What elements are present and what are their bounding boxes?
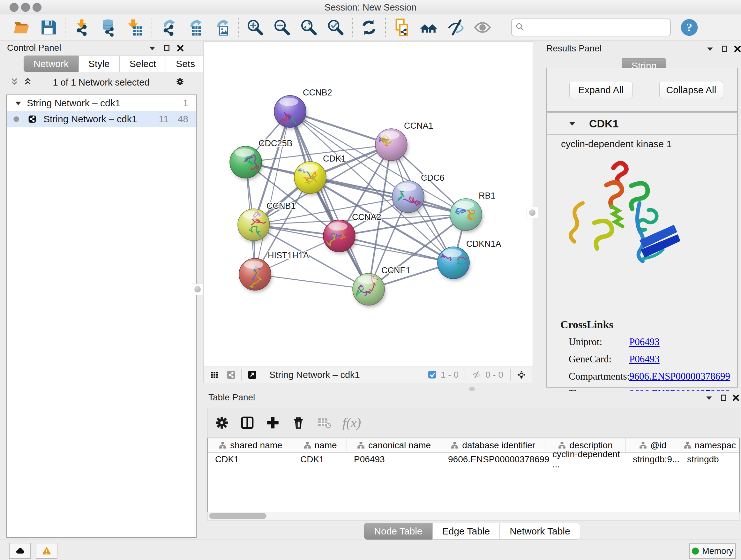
import-network-icon[interactable] — [72, 17, 91, 37]
network-nodes: CCNB2 CCNA1 CDC25B CDK1 CDC6 — [230, 88, 501, 307]
panel-close-icon[interactable] — [176, 44, 185, 52]
zoom-in-icon[interactable] — [246, 17, 265, 37]
table-row[interactable]: CDK1CDK1P064939606.ENSP00000378699cyclin… — [208, 453, 739, 466]
tab-style[interactable]: Style — [78, 56, 120, 72]
horizontal-scrollbar[interactable] — [207, 512, 739, 521]
gene-header-row[interactable]: CDK1 — [547, 113, 737, 135]
crosslinks-heading: CrossLinks — [560, 319, 613, 331]
hierarchy-icon — [219, 441, 227, 449]
warnings-button[interactable] — [36, 543, 57, 559]
panel-collapse-icon[interactable] — [706, 45, 714, 53]
gene-description: cyclin-dependent kinase 1 — [547, 135, 737, 149]
table-body: CDK1CDK1P064939606.ENSP00000378699cyclin… — [208, 453, 739, 466]
panel-collapse-icon[interactable] — [148, 44, 156, 52]
open-session-icon[interactable] — [12, 17, 31, 37]
network-node-CCNB1[interactable]: CCNB1 — [238, 201, 296, 243]
table-cell: P06493 — [347, 453, 441, 466]
network-node-HIST1H1A[interactable]: HIST1H1A — [239, 251, 309, 293]
export-network-icon[interactable] — [158, 17, 179, 37]
node-label: CCNA1 — [404, 121, 433, 131]
node-label: HIST1H1A — [268, 251, 309, 260]
column-header-shared-name[interactable]: shared name — [208, 438, 293, 452]
export-image-icon[interactable] — [212, 17, 232, 37]
memory-button[interactable]: Memory — [689, 543, 736, 559]
hide-selected-icon[interactable] — [446, 17, 466, 37]
fit-crosshair-icon[interactable] — [515, 368, 528, 381]
titlebar: Session: New Session — [0, 0, 741, 14]
import-database-icon[interactable] — [98, 17, 118, 37]
export-table-icon[interactable] — [185, 17, 205, 37]
right-splitter-handle[interactable] — [527, 207, 538, 219]
network-node-CDC6[interactable]: CDC6 — [392, 173, 445, 215]
column-header-database-identifier[interactable]: database identifier — [441, 438, 545, 452]
panel-float-icon[interactable] — [720, 394, 728, 402]
selected-checkbox-icon[interactable] — [427, 370, 437, 380]
show-columns-icon[interactable] — [239, 415, 256, 431]
gene-expander-icon[interactable] — [568, 119, 576, 128]
network-node-CDK1[interactable]: CDK1 — [294, 154, 346, 196]
edge-count: 48 — [178, 114, 188, 125]
apply-layout-icon[interactable] — [359, 17, 379, 37]
cloud-status-button[interactable] — [9, 543, 30, 559]
panel-float-icon[interactable] — [721, 45, 729, 53]
node-label: CCNB2 — [303, 88, 332, 98]
network-node-CDKN1A[interactable]: CDKN1A — [437, 239, 501, 281]
tab-network[interactable]: Network — [23, 56, 78, 72]
help-icon[interactable]: ? — [680, 18, 699, 37]
add-column-icon[interactable] — [265, 415, 281, 431]
search-box[interactable] — [511, 18, 671, 37]
expand-all-networks-icon[interactable] — [23, 77, 32, 85]
zoom-fit-icon[interactable] — [299, 17, 319, 37]
network-badge-share-icon[interactable] — [225, 368, 238, 381]
tab-node-table[interactable]: Node Table — [364, 523, 432, 540]
network-tree-root-row[interactable]: String Network – cdk1 1 — [7, 95, 196, 111]
network-node-CCNA1[interactable]: CCNA1 — [374, 121, 433, 163]
panel-float-icon[interactable] — [163, 44, 171, 52]
crosslink-value[interactable]: P06493 — [629, 354, 660, 365]
crosslink-value[interactable]: 9606.ENSP00000378699 — [629, 371, 730, 382]
crosslink-value[interactable]: P06493 — [629, 336, 660, 348]
zoom-selected-icon[interactable] — [326, 17, 346, 37]
left-splitter-handle[interactable] — [192, 284, 203, 295]
network-options-gear-icon[interactable] — [174, 75, 186, 88]
scrollbar-thumb[interactable] — [209, 513, 266, 519]
show-all-icon[interactable] — [473, 17, 492, 37]
horizontal-splitter-dot[interactable] — [469, 387, 475, 391]
gene-symbol: CDK1 — [589, 118, 619, 130]
network-node-RB1[interactable]: RB1 — [450, 191, 495, 233]
node-label: RB1 — [479, 191, 495, 200]
node-table[interactable]: shared name name canonical name database… — [207, 438, 740, 512]
panel-collapse-icon[interactable] — [705, 394, 713, 402]
panel-close-icon[interactable] — [732, 394, 740, 402]
tab-edge-table[interactable]: Edge Table — [432, 523, 500, 540]
column-header-namespac[interactable]: namespac — [680, 438, 739, 452]
zoom-out-icon[interactable] — [272, 17, 292, 37]
tab-sets[interactable]: Sets — [166, 56, 205, 72]
copy-network-icon[interactable] — [392, 17, 412, 37]
expand-all-button[interactable]: Expand All — [569, 81, 632, 99]
save-session-icon[interactable] — [39, 17, 58, 37]
tab-network-table[interactable]: Network Table — [500, 523, 580, 540]
delete-column-icon[interactable] — [290, 415, 307, 431]
panel-close-icon[interactable] — [733, 45, 741, 53]
column-header-name[interactable]: name — [293, 438, 347, 452]
network-tree-row[interactable]: String Network – cdk1 11 48 — [7, 111, 196, 127]
collapse-all-networks-icon[interactable] — [10, 77, 18, 85]
table-settings-gear-icon[interactable] — [213, 415, 230, 431]
search-input[interactable] — [528, 22, 670, 33]
tree-expander-icon[interactable] — [14, 99, 22, 107]
birdseye-view-icon[interactable] — [246, 368, 259, 381]
tab-select[interactable]: Select — [120, 56, 166, 72]
string-home-icon[interactable] — [419, 17, 439, 37]
collapse-all-button[interactable]: Collapse All — [659, 81, 723, 99]
import-table-icon[interactable] — [125, 17, 145, 37]
column-header-canonical-name[interactable]: canonical name — [347, 438, 441, 452]
table-panel-title: Table Panel — [208, 392, 255, 402]
table-cell: CDK1 — [293, 453, 347, 466]
results-buttons-box: Expand All Collapse All — [546, 68, 738, 112]
network-canvas[interactable]: CCNB2 CCNA1 CDC25B CDK1 CDC6 — [203, 42, 533, 367]
column-header--id[interactable]: @id — [626, 438, 680, 452]
grid-mode-icon[interactable] — [208, 368, 221, 381]
hidden-eye-slash-icon[interactable] — [470, 369, 482, 381]
status-bar: Memory — [0, 540, 741, 560]
